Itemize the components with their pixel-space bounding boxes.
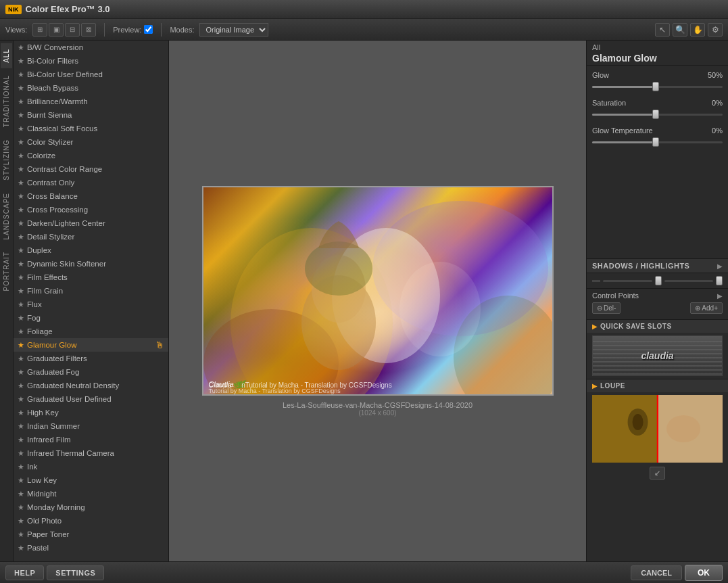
filter-item-16[interactable]: ★Dynamic Skin Softener	[14, 257, 168, 271]
filter-star-27[interactable]: ★	[18, 409, 24, 417]
hand-icon[interactable]: ✋	[690, 23, 705, 37]
view-btn-4[interactable]: ⊠	[81, 23, 96, 37]
glow-slider-container[interactable]	[592, 81, 723, 92]
filter-item-12[interactable]: ★Cross Processing	[14, 203, 168, 216]
filter-star-20[interactable]: ★	[18, 314, 24, 323]
filter-star-31[interactable]: ★	[18, 463, 24, 471]
view-btn-1[interactable]: ⊞	[32, 23, 47, 37]
loupe-header[interactable]: ▶ LOUPE	[587, 379, 728, 392]
preview-check[interactable]: Preview:	[113, 25, 153, 34]
tab-all[interactable]: All	[1, 43, 12, 68]
filter-star-22[interactable]: ★	[18, 341, 24, 350]
shadows-slider[interactable]	[603, 280, 652, 282]
shadows-highlights-header[interactable]: Shadows / Highlights ▶	[587, 258, 728, 273]
saturation-slider-container[interactable]	[592, 109, 723, 120]
help-button[interactable]: HELP	[5, 565, 44, 580]
modes-select[interactable]: Original Image	[199, 23, 268, 37]
filter-item-14[interactable]: ★Detail Stylizer	[14, 230, 168, 243]
tab-traditional[interactable]: Traditional	[1, 70, 12, 133]
filter-star-37[interactable]: ★	[18, 544, 24, 553]
filter-item-28[interactable]: ★Indian Summer	[14, 419, 168, 433]
filter-star-24[interactable]: ★	[18, 368, 24, 377]
filter-item-37[interactable]: ★Pastel	[14, 541, 168, 555]
filter-star-32[interactable]: ★	[18, 476, 24, 485]
filter-star-30[interactable]: ★	[18, 449, 24, 458]
filter-item-18[interactable]: ★Film Grain	[14, 284, 168, 298]
filter-item-6[interactable]: ★Classical Soft Focus	[14, 122, 168, 135]
filter-item-32[interactable]: ★Low Key	[14, 473, 168, 487]
filter-item-29[interactable]: ★Infrared Film	[14, 433, 168, 446]
glow-temp-slider-container[interactable]	[592, 137, 723, 147]
filter-item-30[interactable]: ★Infrared Thermal Camera	[14, 446, 168, 460]
filter-star-8[interactable]: ★	[18, 151, 24, 160]
filter-item-26[interactable]: ★Graduated User Defined	[14, 392, 168, 406]
filter-item-8[interactable]: ★Colorize	[14, 149, 168, 162]
filter-star-19[interactable]: ★	[18, 300, 24, 309]
filter-item-0[interactable]: ★B/W Conversion	[14, 41, 168, 54]
filter-star-5[interactable]: ★	[18, 111, 24, 120]
filter-star-11[interactable]: ★	[18, 192, 24, 201]
filter-item-15[interactable]: ★Duplex	[14, 243, 168, 257]
filter-item-21[interactable]: ★Foliage	[14, 325, 168, 338]
filter-star-1[interactable]: ★	[18, 57, 24, 66]
filter-star-12[interactable]: ★	[18, 206, 24, 214]
filter-star-14[interactable]: ★	[18, 233, 24, 241]
filter-item-5[interactable]: ★Burnt Sienna	[14, 108, 168, 122]
filter-star-33[interactable]: ★	[18, 490, 24, 498]
tab-stylizing[interactable]: Stylizing	[1, 134, 12, 186]
filter-item-11[interactable]: ★Cross Balance	[14, 189, 168, 203]
filter-star-29[interactable]: ★	[18, 436, 24, 444]
view-btn-3[interactable]: ⊟	[65, 23, 80, 37]
filter-item-31[interactable]: ★Ink	[14, 460, 168, 473]
filter-star-18[interactable]: ★	[18, 287, 24, 296]
filter-star-6[interactable]: ★	[18, 124, 24, 133]
zoom-icon[interactable]: 🔍	[673, 23, 687, 37]
filter-item-1[interactable]: ★Bi-Color Filters	[14, 54, 168, 68]
filter-item-10[interactable]: ★Contrast Only	[14, 176, 168, 189]
filter-star-34[interactable]: ★	[18, 503, 24, 512]
filter-item-25[interactable]: ★Graduated Neutral Density	[14, 379, 168, 392]
filter-star-17[interactable]: ★	[18, 273, 24, 282]
filter-item-27[interactable]: ★High Key	[14, 406, 168, 419]
all-link[interactable]: All	[592, 43, 723, 51]
filter-star-3[interactable]: ★	[18, 84, 24, 93]
filter-star-4[interactable]: ★	[18, 97, 24, 106]
preview-checkbox[interactable]	[144, 25, 153, 34]
filter-star-0[interactable]: ★	[18, 43, 24, 52]
filter-item-7[interactable]: ★Color Stylizer	[14, 135, 168, 149]
filter-item-4[interactable]: ★Brilliance/Warmth	[14, 95, 168, 108]
filter-star-35[interactable]: ★	[18, 517, 24, 526]
filter-item-20[interactable]: ★Fog	[14, 311, 168, 325]
filter-star-25[interactable]: ★	[18, 381, 24, 390]
settings-icon[interactable]: ⚙	[708, 23, 723, 37]
filter-item-36[interactable]: ★Paper Toner	[14, 528, 168, 541]
filter-star-7[interactable]: ★	[18, 138, 24, 147]
filter-star-13[interactable]: ★	[18, 219, 24, 228]
settings-button[interactable]: SETTINGS	[47, 565, 104, 580]
filter-star-2[interactable]: ★	[18, 70, 24, 79]
filter-star-9[interactable]: ★	[18, 165, 24, 174]
filter-item-33[interactable]: ★Midnight	[14, 487, 168, 500]
highlights-thumb[interactable]	[716, 276, 723, 285]
filter-star-36[interactable]: ★	[18, 530, 24, 539]
filter-item-34[interactable]: ★Monday Morning	[14, 500, 168, 514]
filter-star-16[interactable]: ★	[18, 260, 24, 269]
filter-item-17[interactable]: ★Film Effects	[14, 271, 168, 284]
filter-item-3[interactable]: ★Bleach Bypass	[14, 81, 168, 95]
cursor-icon[interactable]: ↖	[655, 23, 670, 37]
ok-button[interactable]: OK	[685, 565, 723, 581]
filter-star-26[interactable]: ★	[18, 395, 24, 404]
filter-star-23[interactable]: ★	[18, 354, 24, 363]
tab-landscape[interactable]: Landscape	[1, 187, 12, 246]
highlights-slider[interactable]	[664, 280, 714, 282]
shadows-thumb[interactable]	[655, 276, 662, 285]
filter-item-13[interactable]: ★Darken/Lighten Center	[14, 216, 168, 230]
view-btn-2[interactable]: ▣	[49, 23, 64, 37]
filter-item-23[interactable]: ★Graduated Filters	[14, 352, 168, 365]
cp-remove-btn[interactable]: ⊖ Del-	[592, 302, 621, 314]
filter-item-24[interactable]: ★Graduated Fog	[14, 365, 168, 379]
cp-add-btn[interactable]: ⊕ Add+	[690, 302, 723, 314]
filter-star-10[interactable]: ★	[18, 179, 24, 187]
cp-expand-icon[interactable]: ▶	[717, 292, 723, 300]
filter-star-15[interactable]: ★	[18, 246, 24, 255]
